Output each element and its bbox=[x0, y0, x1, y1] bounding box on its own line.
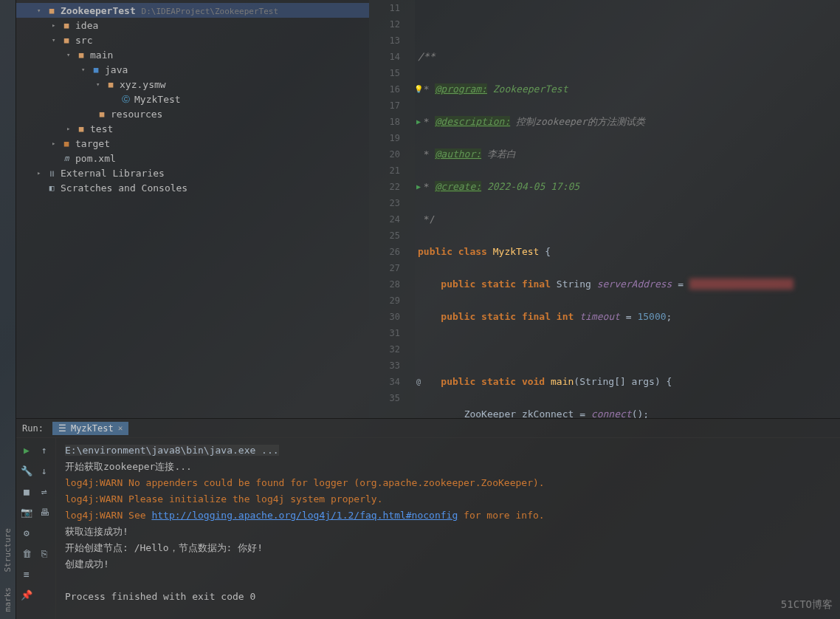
resources-folder-icon: ■ bbox=[96, 108, 108, 120]
down-button[interactable]: ↓ bbox=[37, 463, 52, 478]
bulb-icon[interactable]: 💡 bbox=[413, 81, 424, 98]
wrap-button[interactable]: ⇌ bbox=[37, 484, 52, 499]
code-area[interactable]: /** * @program: ZookeeperTest * @descrip… bbox=[415, 0, 840, 418]
editor-panel[interactable]: 1112131415161718192021222324252627282930… bbox=[369, 0, 840, 418]
left-tool-gutter: Structure marks bbox=[0, 0, 16, 619]
line-gutter[interactable]: 1112131415161718192021222324252627282930… bbox=[369, 0, 415, 418]
folder-icon: ■ bbox=[75, 123, 87, 134]
delete-button[interactable]: 🗑 bbox=[19, 546, 34, 561]
tree-class-myzktest[interactable]: Ⓒ MyzkTest bbox=[16, 92, 369, 106]
project-panel[interactable]: ▾ ■ ZookeeperTest D:\IDEAProject\Zookeep… bbox=[16, 0, 369, 418]
source-folder-icon: ■ bbox=[90, 64, 102, 75]
bookmarks-tool[interactable]: marks bbox=[3, 580, 13, 619]
tree-resources[interactable]: ■ resources bbox=[16, 106, 369, 121]
folder-icon: ■ bbox=[46, 4, 58, 16]
tree-test[interactable]: ▸■ test bbox=[16, 121, 369, 136]
structure-tool[interactable]: Structure bbox=[3, 521, 13, 580]
folder-icon: ■ bbox=[61, 19, 72, 31]
run-tab[interactable]: ☰ MyzkTest ✕ bbox=[52, 422, 128, 435]
package-icon: ■ bbox=[105, 78, 117, 90]
rerun-button[interactable]: ▶ bbox=[19, 442, 34, 457]
log4j-link[interactable]: http://logging.apache.org/log4j/1.2/faq.… bbox=[151, 510, 458, 521]
close-icon[interactable]: ✕ bbox=[118, 423, 123, 433]
exit-button[interactable]: ⎘ bbox=[37, 546, 52, 561]
console-output[interactable]: E:\environment\java8\bin\java.exe ... 开始… bbox=[56, 438, 840, 619]
tree-target[interactable]: ▸■ target bbox=[16, 136, 369, 151]
camera-button[interactable]: 📷 bbox=[19, 505, 34, 519]
watermark: 51CTO博客 bbox=[781, 598, 833, 612]
run-tab-bar: Run: ☰ MyzkTest ✕ bbox=[16, 419, 840, 438]
project-root[interactable]: ▾ ■ ZookeeperTest D:\IDEAProject\Zookeep… bbox=[16, 3, 369, 18]
run-panel: Run: ☰ MyzkTest ✕ ▶↑ 🔧↓ ■⇌ 📷🖶 ⚙ 🗑⎘ ≡ 📌 bbox=[16, 418, 840, 619]
pin-button[interactable]: 📌 bbox=[19, 587, 34, 602]
scratches-icon: ◧ bbox=[46, 182, 58, 194]
tree-main[interactable]: ▾■ main bbox=[16, 47, 369, 62]
tree-scratches[interactable]: ◧ Scratches and Consoles bbox=[16, 180, 369, 195]
maven-icon: m bbox=[61, 152, 72, 164]
run-gutter-icon[interactable]: ▶ bbox=[413, 114, 424, 130]
libraries-icon: ⫼ bbox=[46, 167, 58, 179]
tree-java[interactable]: ▾■ java bbox=[16, 62, 369, 77]
folder-icon: ■ bbox=[61, 137, 72, 149]
run-label: Run: bbox=[22, 423, 44, 434]
run-toolbar: ▶↑ 🔧↓ ■⇌ 📷🖶 ⚙ 🗑⎘ ≡ 📌 bbox=[16, 438, 56, 619]
tree-package[interactable]: ▾■ xyz.ysmw bbox=[16, 77, 369, 92]
java-class-icon: Ⓒ bbox=[120, 93, 131, 105]
tree-src[interactable]: ▾■ src bbox=[16, 33, 369, 47]
tree-idea[interactable]: ▸■ idea bbox=[16, 18, 369, 33]
stop-button[interactable]: ■ bbox=[19, 484, 34, 499]
print-button[interactable]: 🖶 bbox=[37, 505, 52, 519]
wrench-button[interactable]: 🔧 bbox=[19, 463, 34, 478]
list-button[interactable]: ≡ bbox=[19, 567, 34, 581]
override-icon[interactable]: @ bbox=[413, 374, 424, 390]
folder-icon: ■ bbox=[75, 49, 87, 61]
folder-icon: ■ bbox=[61, 34, 72, 46]
run-config-icon: ☰ bbox=[58, 423, 66, 434]
tree-external-libs[interactable]: ▸⫼ External Libraries bbox=[16, 165, 369, 180]
run-gutter-icon[interactable]: ▶ bbox=[413, 179, 424, 195]
tree-pom[interactable]: m pom.xml bbox=[16, 151, 369, 165]
settings-button[interactable]: ⚙ bbox=[19, 525, 34, 540]
up-button[interactable]: ↑ bbox=[37, 442, 52, 457]
